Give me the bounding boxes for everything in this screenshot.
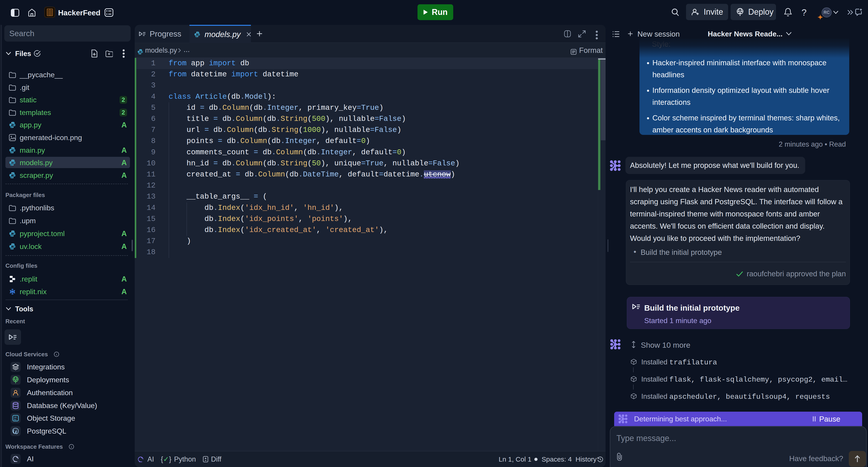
- svg-text:01: 01: [14, 419, 17, 421]
